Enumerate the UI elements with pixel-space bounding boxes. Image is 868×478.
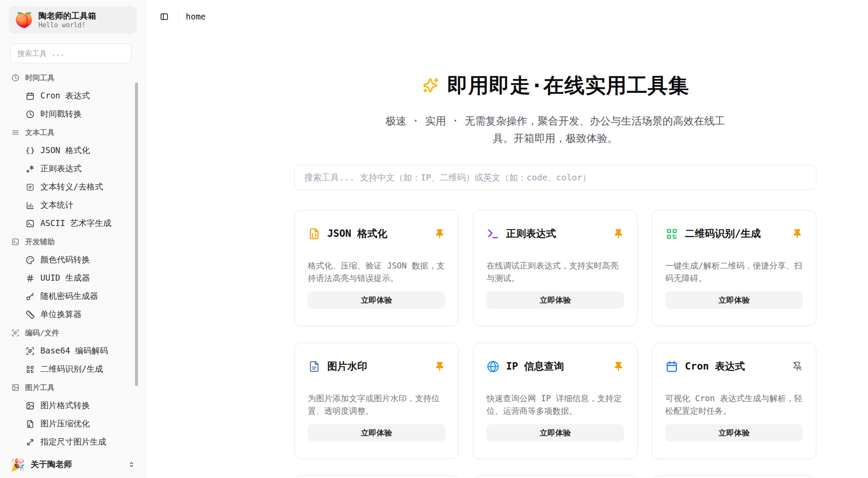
- image-icon: [11, 383, 20, 392]
- try-now-button[interactable]: 立即体验: [487, 424, 624, 442]
- hero-title-row: 即用即走·在线实用工具集: [294, 72, 816, 99]
- tool-card-json-format[interactable]: JSON 格式化 格式化、压缩、验证 JSON 数据，支持语法高亮与错误提示。 …: [294, 210, 459, 326]
- sidebar-item-ascii-art[interactable]: ASCII 艺术字生成: [0, 214, 145, 232]
- sidebar-item-password-gen[interactable]: 随机密码生成器: [0, 287, 145, 305]
- main-search-input[interactable]: [294, 165, 816, 190]
- party-popper-icon: 🎉: [10, 459, 25, 471]
- app-title: 陶老师的工具箱: [38, 11, 96, 21]
- sidebar-item-text-escape[interactable]: 文本转义/去格式: [0, 178, 145, 196]
- sidebar-section-time-tools: 时间工具: [0, 69, 145, 87]
- chevrons-up-down-icon: [127, 460, 136, 469]
- topbar-divider: [178, 12, 179, 21]
- tool-card-ip-lookup[interactable]: IP 信息查询 快速查询公网 IP 详细信息，支持定位、运营商等多项数据。 立即…: [473, 343, 638, 459]
- topbar: home: [146, 0, 868, 33]
- tool-card-description: 可视化 Cron 表达式生成与解析，轻松配置定时任务。: [665, 392, 803, 417]
- sidebar-footer-about[interactable]: 🎉 关于陶老师: [0, 455, 145, 478]
- text-dashed-box-icon: [26, 183, 35, 192]
- ruler-icon: [26, 310, 35, 319]
- sidebar-item-image-format[interactable]: 图片格式转换: [0, 396, 145, 415]
- sidebar-item-text-stats[interactable]: 文本统计: [0, 196, 145, 214]
- sidebar-item-base64[interactable]: Base64 编码解码: [0, 342, 145, 360]
- sidebar-section-encoding-files: 编码/文件: [0, 324, 145, 342]
- app-subtitle: Hello world!: [38, 21, 96, 29]
- try-now-button[interactable]: 立即体验: [665, 424, 803, 442]
- peach-logo-icon: 🍑: [15, 13, 33, 27]
- sidebar: 🍑 陶老师的工具箱 Hello world! 时间工具 Cron 表达式 时间戳…: [0, 0, 146, 478]
- hash-icon: [26, 274, 35, 283]
- tool-card[interactable]: [473, 475, 638, 478]
- page-title: 即用即走·在线实用工具集: [447, 72, 689, 99]
- tool-card-description: 在线调试正则表达式，支持实时高亮与测试。: [487, 259, 624, 285]
- calendar-icon: [665, 360, 678, 373]
- tool-card-title: JSON 格式化: [327, 227, 387, 240]
- tool-card[interactable]: [294, 475, 459, 478]
- tool-card-title: 图片水印: [327, 360, 367, 373]
- tool-card-cron[interactable]: Cron 表达式 可视化 Cron 表达式生成与解析，轻松配置定时任务。 立即体…: [652, 343, 816, 459]
- sidebar-item-unit-converter[interactable]: 单位换算器: [0, 305, 145, 324]
- clock-icon: [26, 110, 35, 119]
- braces-icon: [26, 146, 35, 155]
- app-logo-header[interactable]: 🍑 陶老师的工具箱 Hello world!: [9, 6, 137, 34]
- pin-icon[interactable]: [434, 361, 445, 372]
- sidebar-item-regex[interactable]: 正则表达式: [0, 160, 145, 178]
- pin-icon[interactable]: [792, 228, 803, 239]
- pin-icon[interactable]: [434, 228, 445, 239]
- file-text-icon: [308, 360, 321, 373]
- sidebar-item-image-resize[interactable]: 指定尺寸图片生成: [0, 433, 145, 451]
- tool-card-description: 格式化、压缩、验证 JSON 数据，支持语法高亮与错误提示。: [308, 259, 445, 285]
- terminal-square-icon: [11, 238, 20, 246]
- tool-card-description: 一键生成/解析二维码，便捷分享、扫码无障碍。: [665, 259, 803, 285]
- tool-card-qrcode[interactable]: 二维码识别/生成 一键生成/解析二维码，便捷分享、扫码无障碍。 立即体验: [652, 210, 816, 326]
- tool-card-regex[interactable]: 正则表达式 在线调试正则表达式，支持实时高亮与测试。 立即体验: [473, 210, 638, 326]
- sidebar-toggle-button[interactable]: [157, 9, 171, 24]
- globe-icon: [487, 360, 500, 373]
- pin-icon[interactable]: [613, 228, 624, 239]
- scan-text-icon: [26, 347, 35, 356]
- panel-left-icon: [160, 12, 169, 21]
- main-content: home 即用即走·在线实用工具集 极速 · 实用 · 无需复杂操作，聚合开发、…: [146, 0, 868, 478]
- scan-text-icon: [11, 329, 20, 337]
- about-label: 关于陶老师: [31, 459, 72, 470]
- tool-card-title: Cron 表达式: [685, 360, 745, 373]
- terminal-icon: [487, 227, 500, 240]
- tool-card[interactable]: [652, 475, 816, 478]
- sparkles-icon: [421, 77, 440, 95]
- qr-code-icon: [26, 365, 35, 374]
- try-now-button[interactable]: 立即体验: [665, 291, 803, 309]
- sidebar-search-input[interactable]: [10, 43, 132, 63]
- palette-icon: [26, 255, 35, 265]
- image-icon: [26, 401, 35, 410]
- sidebar-item-json-format[interactable]: JSON 格式化: [0, 141, 145, 160]
- next-cards-row-partial: [294, 475, 816, 478]
- tool-card-description: 快速查询公网 IP 详细信息，支持定位、运营商等多项数据。: [487, 392, 624, 417]
- resize-diagonal-icon: [26, 438, 35, 447]
- clock-icon: [11, 74, 20, 82]
- regex-icon: [26, 164, 35, 174]
- try-now-button[interactable]: 立即体验: [487, 291, 624, 309]
- sidebar-scrollbar[interactable]: [135, 82, 138, 386]
- sidebar-item-color-convert[interactable]: 颜色代码转换: [0, 251, 145, 269]
- terminal-square-icon: [26, 219, 35, 228]
- tool-card-title: IP 信息查询: [506, 360, 564, 373]
- breadcrumb: home: [186, 12, 206, 21]
- calendar-icon: [26, 92, 35, 101]
- sidebar-section-dev-tools: 开发辅助: [0, 232, 145, 251]
- try-now-button[interactable]: 立即体验: [308, 424, 445, 442]
- sidebar-section-image-tools: 图片工具: [0, 378, 145, 396]
- pin-off-icon[interactable]: [792, 361, 803, 372]
- pin-icon[interactable]: [613, 361, 624, 372]
- sidebar-item-uuid[interactable]: UUID 生成器: [0, 269, 145, 287]
- tool-card-title: 正则表达式: [506, 227, 556, 240]
- sidebar-item-timestamp[interactable]: 时间戳转换: [0, 105, 145, 123]
- text-lines-icon: [11, 128, 20, 137]
- sidebar-section-text-tools: 文本工具: [0, 123, 145, 141]
- sidebar-item-qrcode[interactable]: 二维码识别/生成: [0, 360, 145, 378]
- bar-chart-icon: [26, 201, 35, 210]
- try-now-button[interactable]: 立即体验: [308, 291, 445, 309]
- sidebar-item-cron[interactable]: Cron 表达式: [0, 87, 145, 105]
- tool-card-image-watermark[interactable]: 图片水印 为图片添加文字或图片水印，支持位置、透明度调整。 立即体验: [294, 343, 459, 459]
- tool-cards-grid: JSON 格式化 格式化、压缩、验证 JSON 数据，支持语法高亮与错误提示。 …: [294, 210, 816, 459]
- sidebar-nav: 时间工具 Cron 表达式 时间戳转换 文本工具 JSON 格式化 正则表达式 …: [0, 69, 145, 455]
- file-archive-icon: [26, 419, 35, 429]
- sidebar-item-image-compress[interactable]: 图片压缩优化: [0, 415, 145, 433]
